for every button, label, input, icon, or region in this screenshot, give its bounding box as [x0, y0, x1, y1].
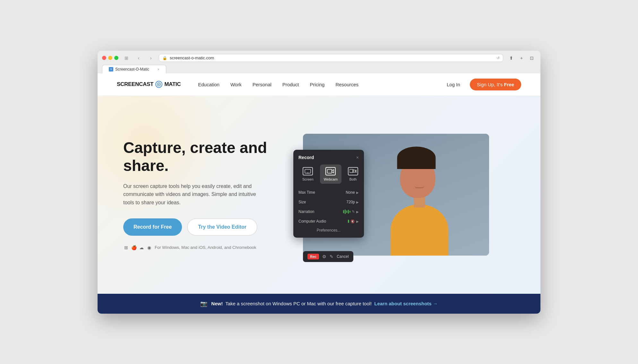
sidebar-toggle-button[interactable]: ⊞: [122, 54, 131, 62]
url-text: screencast-o-matic.com: [170, 55, 494, 60]
back-button[interactable]: ‹: [134, 54, 143, 62]
tab-favicon: S: [109, 67, 113, 72]
narration-bars: [343, 209, 350, 214]
share-button[interactable]: ⬆: [507, 54, 515, 62]
nav-product[interactable]: Product: [278, 79, 304, 90]
close-traffic-light[interactable]: [102, 56, 106, 60]
svg-rect-7: [353, 170, 355, 172]
both-mode-label: Both: [349, 177, 357, 181]
platform-icons: ⊞ 🍎 ☁ ◉: [123, 245, 152, 250]
platform-info: ⊞ 🍎 ☁ ◉ For Windows, Mac and iOS, Androi…: [123, 245, 284, 250]
narration-label: Narration: [298, 209, 314, 214]
extensions-button[interactable]: ⊡: [528, 54, 536, 62]
webcam-mode-label: Webcam: [324, 177, 338, 181]
platform-text: For Windows, Mac and iOS, Android, and C…: [155, 245, 256, 250]
forward-button[interactable]: ›: [147, 54, 155, 62]
max-time-label: Max Time: [298, 190, 315, 195]
new-tab-button[interactable]: +: [517, 54, 526, 62]
max-time-value[interactable]: None ▶: [346, 190, 359, 195]
banner-text: Take a screenshot on Windows PC or Mac w…: [225, 301, 372, 306]
size-value[interactable]: 720p ▶: [346, 200, 359, 204]
hero-visual: Record × Screen: [303, 134, 489, 256]
screen-mode-icon: [303, 167, 313, 175]
record-panel-title: Record: [298, 155, 314, 160]
computer-audio-arrow: ▶: [356, 220, 359, 223]
settings-gear-icon[interactable]: ⚙: [322, 254, 326, 259]
preferences-link[interactable]: Preferences...: [298, 228, 359, 233]
hero-buttons: Record for Free Try the Video Editor: [123, 218, 284, 236]
banner-arrow-icon: →: [433, 301, 438, 306]
banner-new-label: New!: [211, 301, 223, 306]
signup-button[interactable]: Sign Up, It's Free: [470, 79, 521, 90]
camera-icon: 📷: [200, 300, 207, 307]
logo-icon: [155, 81, 162, 88]
screen-mode[interactable]: Screen: [298, 165, 317, 184]
logo-text-right: MATIC: [164, 81, 181, 88]
narration-value[interactable]: ✎ ▶: [343, 209, 359, 214]
record-panel-header: Record ×: [298, 155, 359, 160]
banner-link-text: Learn about screenshots: [374, 301, 431, 306]
android-icon: ◉: [146, 245, 152, 250]
fullscreen-traffic-light[interactable]: [114, 56, 118, 60]
narration-edit-icon[interactable]: ✎: [352, 209, 355, 214]
screenshot-container: Record × Screen: [303, 134, 489, 256]
record-settings: Max Time None ▶ Size 720p ▶: [298, 189, 359, 225]
person-hair: [397, 147, 435, 169]
audio-bar: [348, 220, 349, 223]
video-editor-button[interactable]: Try the Video Editor: [187, 218, 257, 236]
address-bar[interactable]: 🔒 screencast-o-matic.com ↺: [159, 54, 503, 62]
pen-icon[interactable]: ✎: [330, 254, 333, 259]
tab-close-icon[interactable]: ×: [158, 67, 160, 71]
both-mode[interactable]: Both: [344, 165, 362, 184]
cloud-icon: ☁: [139, 245, 144, 250]
nav-education[interactable]: Education: [194, 79, 224, 90]
bar-1: [343, 210, 344, 213]
nav-pricing[interactable]: Pricing: [306, 79, 329, 90]
main-nav: SCREENCAST MATIC Education Work Personal…: [98, 73, 540, 96]
svg-rect-5: [327, 169, 332, 173]
login-button[interactable]: Log In: [442, 79, 465, 90]
webcam-mode[interactable]: Webcam: [320, 165, 341, 184]
hero-description: Our screen capture tools help you easily…: [123, 182, 264, 207]
logo-link[interactable]: SCREENCAST MATIC: [117, 81, 181, 88]
bar-3: [346, 210, 347, 213]
reload-icon[interactable]: ↺: [496, 56, 500, 60]
minimize-traffic-light[interactable]: [108, 56, 112, 60]
banner-learn-link[interactable]: Learn about screenshots →: [374, 301, 437, 306]
mute-icon[interactable]: 🔇: [350, 219, 355, 224]
record-close-icon[interactable]: ×: [356, 155, 359, 160]
computer-audio-setting: Computer Audio 🔇 ▶: [298, 218, 359, 225]
tab-title: Screencast-O-Matic: [115, 67, 149, 72]
lock-icon: 🔒: [162, 56, 167, 60]
hero-content: Capture, create and share. Our screen ca…: [123, 139, 284, 250]
record-modes: Screen Webcam: [298, 165, 359, 184]
computer-audio-value[interactable]: 🔇 ▶: [348, 219, 359, 224]
browser-chrome: ⊞ ‹ › 🔒 screencast-o-matic.com ↺ ⬆ + ⊡ S…: [98, 51, 540, 73]
record-free-button[interactable]: Record for Free: [123, 218, 182, 236]
size-arrow: ▶: [356, 200, 359, 204]
browser-window: ⊞ ‹ › 🔒 screencast-o-matic.com ↺ ⬆ + ⊡ S…: [98, 51, 540, 314]
traffic-lights: [102, 56, 118, 60]
computer-audio-label: Computer Audio: [298, 219, 326, 224]
svg-point-1: [158, 84, 160, 85]
person-body: [391, 204, 448, 256]
person-smile: [415, 186, 424, 188]
record-toolbar: Rec ⚙ ✎ Cancel: [303, 251, 353, 262]
nav-personal[interactable]: Personal: [248, 79, 276, 90]
both-mode-icon: [348, 167, 358, 175]
bar-4: [348, 210, 349, 214]
cancel-button[interactable]: Cancel: [337, 254, 349, 259]
nav-resources[interactable]: Resources: [331, 79, 363, 90]
signup-prefix: Sign Up, It's: [477, 82, 504, 87]
size-label: Size: [298, 200, 306, 204]
nav-work[interactable]: Work: [226, 79, 246, 90]
webcam-mode-icon: [325, 167, 336, 175]
rec-badge[interactable]: Rec: [307, 254, 319, 259]
size-setting: Size 720p ▶: [298, 199, 359, 206]
active-tab[interactable]: S Screencast-O-Matic ×: [102, 65, 166, 73]
apple-icon: 🍎: [131, 245, 137, 250]
nav-links: Education Work Personal Product Pricing …: [194, 79, 442, 90]
nav-right: Log In Sign Up, It's Free: [442, 79, 521, 90]
screen-mode-label: Screen: [302, 177, 314, 181]
logo-text-left: SCREENCAST: [117, 81, 153, 88]
